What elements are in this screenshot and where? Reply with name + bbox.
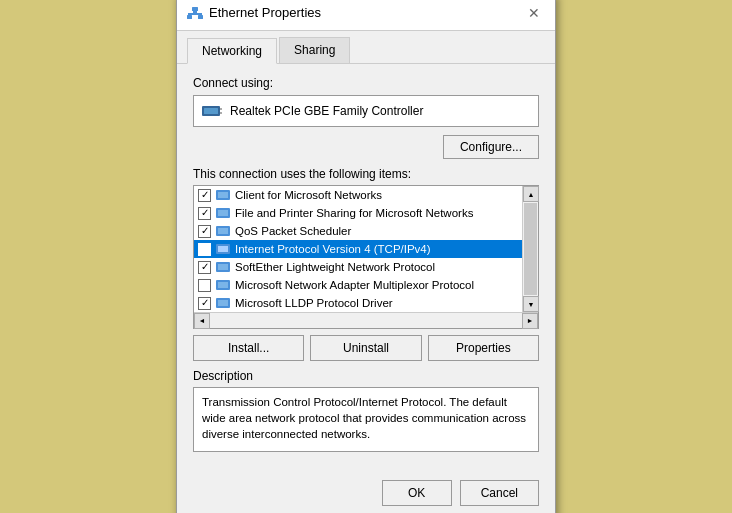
ethernet-properties-dialog: Ethernet Properties ✕ Networking Sharing… [176, 0, 556, 513]
list-item-label: QoS Packet Scheduler [235, 225, 351, 237]
list-item-checkbox[interactable] [198, 189, 211, 202]
description-box: Transmission Control Protocol/Internet P… [193, 387, 539, 452]
scroll-up-button[interactable]: ▲ [523, 186, 539, 202]
item-icon [215, 260, 231, 274]
list-item-label: Microsoft LLDP Protocol Driver [235, 297, 393, 309]
item-icon [215, 224, 231, 238]
tab-sharing[interactable]: Sharing [279, 37, 350, 63]
dialog-footer: OK Cancel [177, 474, 555, 513]
svg-rect-8 [220, 112, 222, 114]
network-icon [187, 5, 203, 21]
list-item-checkbox[interactable] [198, 225, 211, 238]
svg-rect-2 [187, 15, 192, 19]
configure-button[interactable]: Configure... [443, 135, 539, 159]
action-buttons: Install... Uninstall Properties [193, 335, 539, 361]
list-item-checkbox[interactable] [198, 279, 211, 292]
description-title: Description [193, 369, 539, 383]
scroll-right-button[interactable]: ► [522, 313, 538, 329]
list-item[interactable]: Microsoft Network Adapter Multiplexor Pr… [194, 276, 522, 294]
adapter-name: Realtek PCIe GBE Family Controller [230, 104, 423, 118]
item-icon [215, 206, 231, 220]
tab-networking[interactable]: Networking [187, 38, 277, 64]
list-item-checkbox[interactable] [198, 261, 211, 274]
svg-rect-20 [218, 282, 228, 288]
list-item[interactable]: File and Printer Sharing for Microsoft N… [194, 204, 522, 222]
list-item-checkbox[interactable] [198, 297, 211, 310]
svg-rect-3 [198, 15, 203, 19]
scroll-left-button[interactable]: ◄ [194, 313, 210, 329]
scroll-down-button[interactable]: ▼ [523, 296, 539, 312]
adapter-icon [202, 103, 222, 119]
items-list: Client for Microsoft NetworksFile and Pr… [194, 186, 522, 312]
list-item[interactable]: Microsoft LLDP Protocol Driver [194, 294, 522, 312]
list-item[interactable]: Client for Microsoft Networks [194, 186, 522, 204]
adapter-box: Realtek PCIe GBE Family Controller [193, 95, 539, 127]
list-item-label: Internet Protocol Version 4 (TCP/IPv4) [235, 243, 431, 255]
dialog-title: Ethernet Properties [209, 5, 321, 20]
dialog-body: Connect using: Realtek PCIe GBE Family C… [177, 64, 555, 474]
list-item-checkbox[interactable] [198, 243, 211, 256]
list-item-label: File and Printer Sharing for Microsoft N… [235, 207, 473, 219]
tab-bar: Networking Sharing [177, 31, 555, 64]
item-icon [215, 188, 231, 202]
install-button[interactable]: Install... [193, 335, 304, 361]
cancel-button[interactable]: Cancel [460, 480, 539, 506]
svg-rect-18 [218, 264, 228, 270]
items-list-inner: Client for Microsoft NetworksFile and Pr… [194, 186, 522, 312]
list-item-label: Microsoft Network Adapter Multiplexor Pr… [235, 279, 474, 291]
list-item[interactable]: QoS Packet Scheduler [194, 222, 522, 240]
title-bar-left: Ethernet Properties [187, 5, 321, 21]
horizontal-scrollbar[interactable]: ◄ ► [194, 312, 538, 328]
svg-rect-7 [220, 108, 222, 110]
svg-rect-12 [218, 210, 228, 216]
item-icon [215, 296, 231, 310]
uninstall-button[interactable]: Uninstall [310, 335, 421, 361]
list-item[interactable]: Internet Protocol Version 4 (TCP/IPv4) [194, 240, 522, 258]
list-item-label: SoftEther Lightweight Network Protocol [235, 261, 435, 273]
item-icon [215, 242, 231, 256]
svg-rect-22 [218, 300, 228, 306]
connection-items-label: This connection uses the following items… [193, 167, 539, 181]
list-item-checkbox[interactable] [198, 207, 211, 220]
ok-button[interactable]: OK [382, 480, 452, 506]
svg-rect-6 [204, 108, 218, 114]
list-item[interactable]: SoftEther Lightweight Network Protocol [194, 258, 522, 276]
scroll-track [524, 203, 537, 295]
items-list-container: Client for Microsoft NetworksFile and Pr… [193, 185, 539, 329]
close-button[interactable]: ✕ [523, 2, 545, 24]
svg-rect-16 [218, 246, 228, 252]
svg-rect-4 [192, 7, 198, 11]
h-scroll-track [210, 313, 522, 328]
configure-row: Configure... [193, 135, 539, 159]
title-bar: Ethernet Properties ✕ [177, 0, 555, 31]
item-icon [215, 278, 231, 292]
connect-using-label: Connect using: [193, 76, 539, 90]
svg-rect-14 [218, 228, 228, 234]
properties-button[interactable]: Properties [428, 335, 539, 361]
svg-rect-10 [218, 192, 228, 198]
vertical-scrollbar[interactable]: ▲ ▼ [522, 186, 538, 312]
list-item-label: Client for Microsoft Networks [235, 189, 382, 201]
